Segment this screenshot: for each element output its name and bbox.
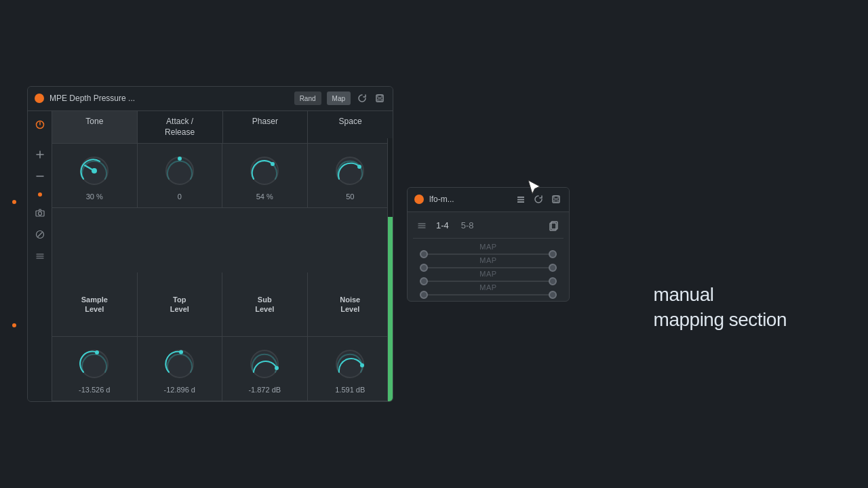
sub-level-knob[interactable] (247, 346, 282, 382)
map-label-4: MAP (413, 283, 564, 291)
map-handle-left-1[interactable] (420, 250, 428, 258)
map-slider-3[interactable] (413, 281, 564, 282)
top-level-knob-cell: -12.896 d (138, 337, 223, 401)
svg-point-12 (271, 162, 275, 166)
mpe-plugin-panel: MPE Depth Pressure ... Rand Map (27, 86, 393, 402)
tone-knob[interactable] (77, 153, 112, 188)
sample-level-knob[interactable] (77, 346, 112, 382)
top-level-label-cell: TopLevel (138, 272, 223, 337)
map-slider-1[interactable] (413, 253, 564, 255)
sub-level-label-cell: SubLevel (222, 272, 308, 337)
noise-level-knob[interactable] (332, 346, 368, 382)
svg-point-18 (179, 350, 183, 354)
map-label-3: MAP (413, 270, 564, 278)
lfo-save-icon[interactable] (550, 193, 562, 205)
lfo-panel-header: lfo-m... (408, 188, 569, 212)
sidebar-strip (28, 111, 52, 401)
lfo-list-icon[interactable] (515, 193, 527, 205)
map-handle-right-1[interactable] (549, 250, 557, 258)
map-handle-right-2[interactable] (549, 264, 557, 272)
description-text: manual mapping section (654, 283, 787, 332)
sub-level-value: -1.872 dB (248, 386, 281, 394)
map-row-3: MAP (413, 270, 564, 282)
map-slider-4[interactable] (413, 294, 564, 296)
mpe-plugin-main: Tone Attack /Release Phaser Space (28, 111, 393, 401)
tabs-row: Tone Attack /Release Phaser Space (52, 111, 393, 144)
left-edge-dot-1 (12, 200, 16, 204)
tab-attack-release[interactable]: Attack /Release (138, 111, 223, 143)
lfo-tab-1-4[interactable]: 1-4 (433, 219, 452, 232)
top-level-value: -12.896 d (164, 386, 195, 394)
svg-rect-2 (378, 99, 382, 101)
lfo-indicator[interactable] (414, 195, 424, 204)
map-handle-right-3[interactable] (549, 277, 557, 285)
tone-value: 30 % (86, 192, 103, 201)
lfo-menu-icon[interactable] (416, 220, 428, 232)
mpe-panel-header: MPE Depth Pressure ... Rand Map (28, 87, 393, 111)
svg-rect-23 (517, 197, 524, 198)
sample-level-knob-cell: -13.526 d (52, 337, 138, 401)
map-row-4: MAP (413, 283, 564, 296)
screen: MPE Depth Pressure ... Rand Map (0, 0, 868, 488)
top-level-label: TopLevel (170, 295, 189, 314)
attack-release-knob[interactable] (162, 153, 197, 188)
lfo-plugin-panel: lfo-m... (407, 187, 570, 302)
knob-grid-top: 30 % 0 (52, 144, 393, 272)
noise-level-label-cell: NoiseLevel (308, 272, 393, 337)
description-line2: mapping section (654, 308, 787, 332)
top-level-knob[interactable] (162, 346, 197, 382)
map-handle-left-4[interactable] (420, 291, 428, 299)
list-icon[interactable] (32, 248, 48, 264)
map-row-1: MAP (413, 243, 564, 255)
svg-point-22 (360, 363, 364, 367)
phaser-value: 54 % (256, 192, 273, 201)
svg-point-16 (95, 350, 99, 354)
refresh-icon[interactable] (356, 92, 368, 104)
lfo-copy-icon[interactable] (547, 219, 561, 232)
add-icon[interactable] (32, 146, 48, 163)
meter-container (387, 138, 393, 401)
noise-level-label: NoiseLevel (340, 295, 360, 314)
save-icon[interactable] (374, 92, 386, 104)
attack-release-value: 0 (178, 192, 182, 201)
svg-rect-28 (554, 200, 558, 202)
svg-rect-25 (517, 201, 524, 203)
lfo-tab-5-8[interactable]: 5-8 (458, 219, 477, 232)
space-knob[interactable] (332, 153, 368, 188)
sample-level-value: -13.526 d (79, 386, 110, 394)
svg-point-8 (92, 168, 97, 174)
phaser-knob[interactable] (247, 153, 282, 188)
noise-level-knob-cell: 1.591 dB (308, 337, 393, 401)
map-handle-left-2[interactable] (420, 264, 428, 272)
sample-level-label: SampleLevel (81, 295, 108, 314)
space-value: 50 (346, 192, 354, 201)
tab-space[interactable]: Space (308, 111, 393, 143)
meter-fill (388, 217, 393, 401)
lfo-refresh-icon[interactable] (532, 193, 545, 205)
sub-level-label: SubLevel (255, 295, 274, 314)
lfo-title: lfo-m... (429, 195, 509, 204)
mpe-indicator[interactable] (35, 94, 44, 103)
map-row-2: MAP (413, 256, 564, 268)
description-line1: manual (654, 283, 787, 307)
camera-icon[interactable] (32, 205, 48, 221)
map-handle-left-3[interactable] (420, 277, 428, 285)
mute-icon[interactable] (32, 226, 48, 243)
map-label-2: MAP (413, 256, 564, 264)
svg-point-14 (357, 165, 361, 169)
power-icon[interactable] (32, 117, 48, 133)
tab-phaser[interactable]: Phaser (223, 111, 309, 143)
noise-level-value: 1.591 dB (335, 386, 365, 394)
sample-level-label-cell: SampleLevel (52, 272, 138, 337)
rand-button[interactable]: Rand (294, 92, 321, 105)
map-handle-right-4[interactable] (549, 291, 557, 299)
svg-point-20 (275, 366, 279, 370)
minus-icon[interactable] (32, 168, 48, 184)
svg-point-5 (38, 211, 41, 215)
tab-tone[interactable]: Tone (52, 111, 138, 143)
left-dot-indicator (38, 192, 42, 197)
map-button[interactable]: Map (327, 92, 351, 105)
knob-grid-bottom: SampleLevel TopLevel SubLevel NoiseLevel (52, 272, 393, 401)
map-label-1: MAP (413, 243, 564, 251)
map-slider-2[interactable] (413, 267, 564, 268)
